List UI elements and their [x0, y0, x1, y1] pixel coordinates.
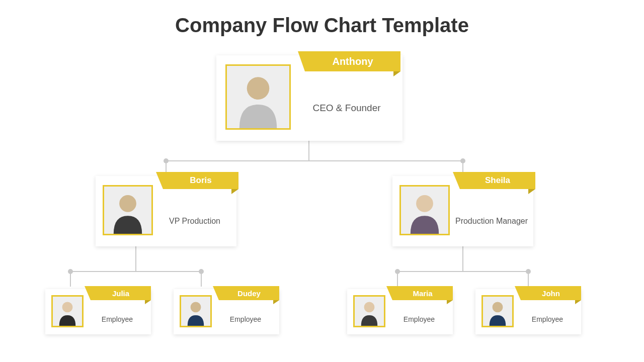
name-ribbon: John: [521, 286, 581, 300]
role-label: CEO & Founder: [291, 81, 403, 115]
svg-point-14: [395, 269, 400, 274]
name-ribbon: Sheila: [460, 172, 535, 189]
svg-point-19: [247, 77, 270, 100]
avatar: [51, 295, 84, 327]
avatar: [353, 295, 385, 327]
role-label: Employee: [514, 300, 581, 324]
role-label: Employee: [385, 300, 453, 324]
svg-point-9: [199, 269, 204, 274]
avatar: [399, 185, 450, 235]
svg-point-23: [416, 195, 433, 212]
name-ribbon: Julia: [91, 286, 151, 300]
role-label: Employee: [212, 300, 279, 324]
svg-point-31: [493, 302, 503, 312]
svg-point-2: [164, 158, 169, 163]
role-label: VP Production: [153, 196, 236, 227]
page-title: Company Flow Chart Template: [0, 0, 644, 37]
name-ribbon: Anthony: [305, 51, 400, 71]
org-node-employee: Dudey Employee: [174, 289, 279, 334]
org-node-employee: Julia Employee: [45, 289, 151, 334]
svg-point-25: [62, 302, 73, 312]
org-node-vp: Boris VP Production: [96, 176, 236, 246]
role-label: Production Manager: [450, 196, 533, 227]
org-node-pm: Sheila Production Manager: [392, 176, 533, 246]
org-node-ceo: Anthony CEO & Founder: [216, 55, 403, 141]
name-ribbon: Boris: [163, 172, 238, 189]
avatar: [103, 185, 153, 235]
org-node-employee: Maria Employee: [347, 289, 453, 334]
svg-point-21: [119, 195, 136, 212]
name-ribbon: Maria: [392, 286, 453, 300]
svg-point-29: [364, 302, 375, 312]
svg-point-3: [460, 158, 465, 163]
avatar: [225, 64, 291, 130]
svg-point-8: [68, 269, 73, 274]
svg-point-15: [526, 269, 531, 274]
name-ribbon: Dudey: [219, 286, 279, 300]
avatar: [180, 295, 212, 327]
svg-point-27: [191, 302, 201, 312]
org-node-employee: John Employee: [475, 289, 581, 334]
role-label: Employee: [84, 300, 151, 324]
avatar: [481, 295, 514, 327]
